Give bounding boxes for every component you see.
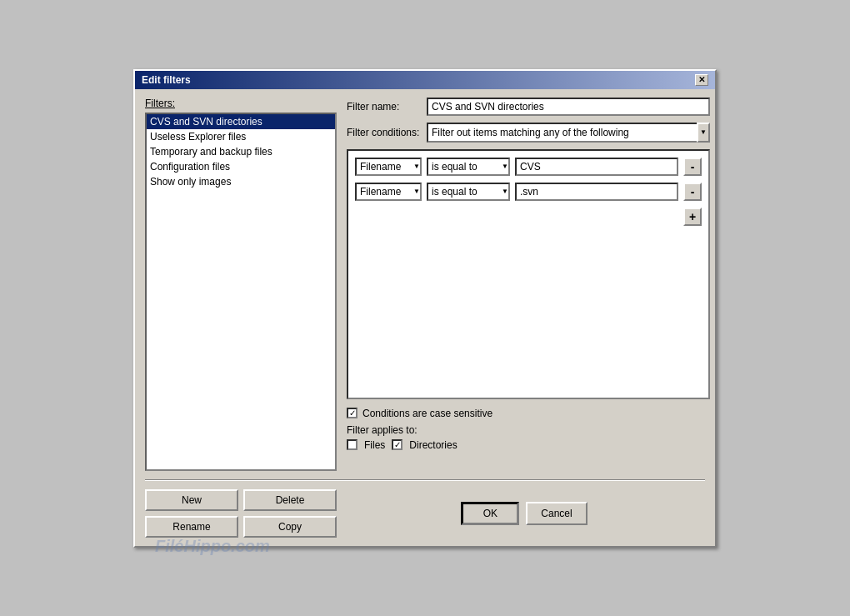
divider (145, 479, 705, 481)
operator-select-1[interactable]: is equal to contains starts with ends wi… (427, 158, 510, 176)
filter-name-input[interactable] (427, 98, 710, 116)
list-item[interactable]: Show only images (147, 174, 335, 189)
operator-select-2[interactable]: is equal to contains starts with ends wi… (427, 183, 510, 201)
right-buttons: OK Cancel (343, 502, 705, 525)
cancel-button[interactable]: Cancel (526, 502, 587, 525)
title-bar: Edit filters ✕ (135, 71, 715, 89)
new-button[interactable]: New (145, 489, 238, 511)
rename-button[interactable]: Rename (145, 516, 238, 538)
conditions-box: Filename Extension Path Size Date ▼ is e… (347, 149, 710, 399)
list-item[interactable]: Temporary and backup files (147, 144, 335, 159)
case-sensitive-label: Conditions are case sensitive (362, 408, 492, 419)
condition-row-1: Filename Extension Path Size Date ▼ is e… (355, 158, 702, 176)
dialog-content: Filters: CVS and SVN directories Useless… (135, 89, 715, 546)
conditions-dropdown-arrow[interactable]: ▼ (697, 123, 710, 143)
copy-button[interactable]: Copy (243, 516, 337, 538)
left-buttons: New Delete Rename Copy (145, 489, 337, 538)
case-sensitive-checkbox[interactable] (347, 408, 358, 418)
conditions-dropdown-wrapper: Filter out items matching any of the fol… (427, 123, 710, 143)
dialog-title: Edit filters (142, 74, 191, 86)
close-button[interactable]: ✕ (695, 74, 708, 86)
field-select-2[interactable]: Filename Extension Path Size Date (355, 183, 422, 201)
directories-checkbox[interactable] (392, 439, 402, 450)
list-item[interactable]: Configuration files (147, 159, 335, 174)
filters-label: Filters: (145, 98, 337, 109)
operator-select-wrapper-2: is equal to contains starts with ends wi… (427, 183, 510, 201)
field-select-wrapper-1: Filename Extension Path Size Date ▼ (355, 158, 422, 176)
filter-name-row: Filter name: (347, 98, 710, 116)
filter-name-label: Filter name: (347, 101, 422, 113)
filter-applies-label: Filter applies to: (347, 424, 710, 436)
btn-pair-top: New Delete (145, 489, 337, 511)
add-condition-button[interactable]: + (683, 208, 702, 226)
edit-filters-dialog: Edit filters ✕ Filters: CVS and SVN dire… (133, 69, 717, 548)
filter-conditions-select[interactable]: Filter out items matching any of the fol… (427, 123, 710, 143)
field-select-wrapper-2: Filename Extension Path Size Date ▼ (355, 183, 422, 201)
button-row: New Delete Rename Copy OK Cancel (145, 489, 705, 538)
directories-label: Directories (409, 439, 457, 451)
list-item[interactable]: CVS and SVN directories (147, 114, 335, 129)
files-label: Files (364, 439, 385, 451)
ok-button[interactable]: OK (461, 502, 519, 525)
plus-btn-container: + (355, 208, 702, 226)
filter-conditions-label: Filter conditions: (347, 127, 422, 138)
files-checkbox[interactable] (347, 439, 358, 450)
left-panel: Filters: CVS and SVN directories Useless… (145, 98, 337, 471)
filter-list[interactable]: CVS and SVN directories Useless Explorer… (145, 113, 337, 471)
case-sensitive-row: Conditions are case sensitive (347, 408, 710, 419)
btn-pair-bottom: Rename Copy (145, 516, 337, 538)
remove-condition-2-button[interactable]: - (683, 183, 702, 201)
list-item[interactable]: Useless Explorer files (147, 129, 335, 144)
main-area: Filters: CVS and SVN directories Useless… (145, 98, 705, 471)
operator-select-wrapper-1: is equal to contains starts with ends wi… (427, 158, 510, 176)
condition-value-1[interactable] (515, 158, 678, 176)
condition-row-2: Filename Extension Path Size Date ▼ is e… (355, 183, 702, 201)
filter-conditions-row: Filter conditions: Filter out items matc… (347, 123, 710, 143)
bottom-section: Conditions are case sensitive Filter app… (347, 408, 710, 451)
field-select-1[interactable]: Filename Extension Path Size Date (355, 158, 422, 176)
condition-value-2[interactable] (515, 183, 678, 201)
right-panel: Filter name: Filter conditions: Filter o… (347, 98, 710, 471)
remove-condition-1-button[interactable]: - (683, 158, 702, 176)
delete-button[interactable]: Delete (243, 489, 337, 511)
applies-row: Files Directories (347, 439, 710, 451)
